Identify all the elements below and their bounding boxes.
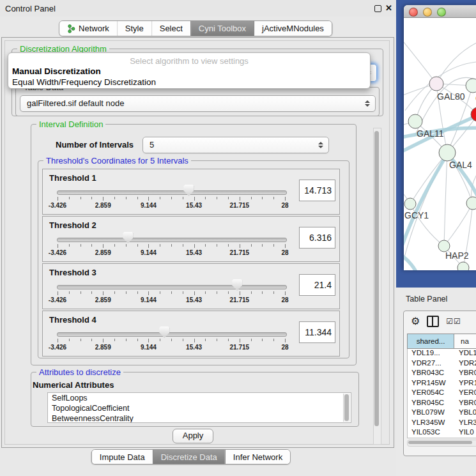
tick-mark	[251, 197, 252, 199]
tick-mark	[194, 197, 195, 201]
bottom-tab-impute-data[interactable]: Impute Data	[92, 450, 153, 464]
scrollbar-thumb[interactable]	[408, 441, 472, 444]
list-item[interactable]: SelfLoops	[48, 393, 351, 403]
apply-button[interactable]: Apply	[173, 429, 213, 443]
network-edge-thick[interactable]	[404, 251, 420, 270]
bottom-tab-infer-network[interactable]: Infer Network	[225, 450, 290, 464]
checkbox-icons[interactable]: ☑☑	[446, 317, 461, 326]
table-data-combobox[interactable]: galFiltered.sif default node	[20, 95, 376, 112]
tick-mark	[103, 197, 104, 201]
network-edge[interactable]	[444, 203, 473, 246]
tick-label: 2.859	[95, 202, 111, 209]
column-layout-icon[interactable]	[427, 316, 439, 327]
network-edge[interactable]	[436, 40, 476, 84]
network-canvas[interactable]: GAL80GACGAL11GAL4GCY1HHAP2	[404, 18, 476, 270]
tick-mark	[240, 197, 240, 201]
tick-mark	[91, 339, 92, 341]
threshold-slider[interactable]: -3.4262.8599.14415.4321.71528	[43, 169, 339, 214]
column-header-shared-name[interactable]: shared...	[407, 334, 454, 349]
tick-mark	[183, 244, 183, 247]
table-panel-box: ⚙ ☑☑ shared... na YDL19...YDL1YDR27...YD…	[403, 311, 476, 456]
network-node[interactable]	[457, 262, 469, 270]
network-edge[interactable]	[404, 42, 436, 84]
numerical-attributes-list[interactable]: SelfLoopsTopologicalCoefficientBetweenne…	[47, 392, 351, 423]
bottom-tab-discretize-data[interactable]: Discretize Data	[153, 450, 225, 464]
network-window-titlebar[interactable]	[404, 5, 476, 18]
close-traffic-icon[interactable]	[409, 8, 418, 17]
scrollbar-thumb[interactable]	[344, 394, 349, 421]
tick-mark	[103, 339, 104, 342]
threshold-value-box[interactable]: 14.713	[299, 180, 335, 201]
scrollbar-thumb[interactable]	[374, 131, 379, 426]
close-icon[interactable]: ✕	[385, 3, 392, 13]
table-row[interactable]: YIL053CYIL0	[408, 428, 476, 438]
threshold-slider[interactable]: -3.4262.8599.14415.4321.71528	[43, 311, 339, 356]
network-node-ga[interactable]	[466, 79, 476, 93]
table-data-group: Table Data galFiltered.sif default node	[15, 87, 380, 116]
tick-mark	[103, 291, 104, 295]
cell-shared-name: YLR345W	[408, 418, 454, 429]
slider-track	[57, 285, 287, 289]
network-node-gal11[interactable]	[408, 114, 422, 128]
threshold-slider[interactable]: -3.4262.8599.14415.4321.71528	[43, 264, 339, 309]
table-toolbar: ⚙ ☑☑	[404, 311, 476, 332]
network-node-gcy1[interactable]	[404, 198, 416, 210]
threshold-value-box[interactable]: 6.316	[299, 227, 335, 249]
table-row[interactable]: YDR27...YDR2	[408, 359, 476, 369]
num-intervals-combobox[interactable]: 5	[142, 137, 329, 153]
tab-cyni-toolbox[interactable]: Cyni Toolbox	[190, 21, 254, 36]
threshold-slider[interactable]: -3.4262.8599.14415.4321.71528	[43, 217, 339, 261]
content-vertical-scrollbar[interactable]	[373, 128, 381, 445]
table-row[interactable]: YDL19...YDL1	[408, 349, 476, 359]
tick-mark	[160, 197, 160, 199]
thresholds-group-title: Threshold's Coordinates for 5 Intervals	[43, 156, 191, 165]
tab-jactivemnodules[interactable]: jActiveMNodules	[254, 21, 332, 36]
tick-mark	[58, 244, 58, 248]
zoom-traffic-icon[interactable]	[437, 8, 446, 17]
dropdown-option[interactable]: Manual Discretization	[8, 66, 370, 77]
desktop-area: GAL80GACGAL11GAL4GCY1HHAP2 Table Panel ⚙…	[396, 0, 476, 476]
tab-network[interactable]: Network	[59, 21, 117, 36]
tab-label: Select	[160, 24, 183, 33]
tab-style[interactable]: Style	[117, 21, 151, 36]
threshold-value-box[interactable]: 21.4	[299, 274, 335, 296]
node-label: HAP2	[445, 250, 469, 261]
column-header-name[interactable]: na	[454, 334, 476, 349]
dropdown-options: Manual DiscretizationEqual Width/Frequen…	[8, 66, 370, 88]
network-node-gal4[interactable]	[439, 144, 456, 161]
table-row[interactable]: YER054CYER0	[408, 388, 476, 399]
tick-mark	[160, 339, 160, 341]
tick-mark	[81, 244, 81, 247]
tick-mark	[285, 339, 286, 342]
tick-mark	[240, 339, 240, 342]
tick-label: 21.715	[230, 249, 250, 256]
tick-label: 9.144	[141, 202, 157, 209]
interval-definition-title: Interval Definition	[36, 119, 105, 129]
table-row[interactable]: YBL079WYBL0	[408, 408, 476, 418]
list-item[interactable]: BetweennessCentrality	[48, 413, 351, 423]
dropdown-option[interactable]: Equal Width/Frequency Discretization	[8, 77, 370, 88]
minimize-traffic-icon[interactable]	[423, 8, 432, 17]
table-row[interactable]: YPR145WYPR1	[408, 379, 476, 389]
gear-icon[interactable]: ⚙	[411, 316, 420, 326]
network-node-gal80[interactable]	[429, 77, 443, 91]
cell-shared-name: YDR27...	[408, 359, 454, 369]
cell-shared-name: YIL053C	[408, 428, 454, 438]
table-row[interactable]: YBR043CYBR0	[408, 369, 476, 379]
network-edge[interactable]	[444, 153, 447, 246]
slider-track	[57, 332, 287, 337]
list-item[interactable]: TopologicalCoefficient	[48, 403, 351, 413]
table-row[interactable]: YLR345WYLR3	[408, 418, 476, 429]
tab-select[interactable]: Select	[151, 21, 190, 36]
threshold-row: Threshold 3-3.4262.8599.14415.4321.71528…	[42, 263, 340, 309]
table-row[interactable]: YBR045CYBR0	[408, 399, 476, 409]
tick-mark	[148, 197, 149, 201]
threshold-value-box[interactable]: 11.344	[299, 321, 335, 343]
attributes-group-title: Attributes to discretize	[36, 367, 123, 377]
tick-mark	[262, 197, 263, 199]
network-node-h[interactable]	[466, 197, 476, 210]
float-window-icon[interactable]	[374, 5, 381, 12]
list-scrollbar[interactable]	[343, 394, 350, 422]
table-horizontal-scrollbar[interactable]	[407, 440, 476, 447]
tick-mark	[114, 244, 115, 247]
